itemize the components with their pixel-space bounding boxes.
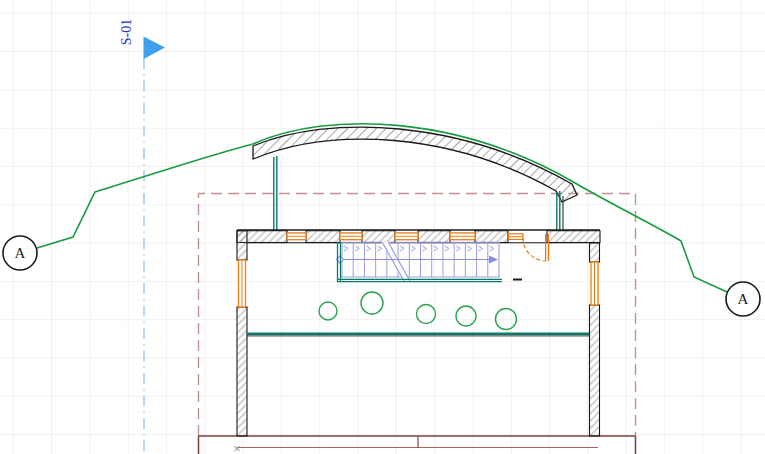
section-marker-label[interactable]: S-01 xyxy=(119,19,134,45)
grid-background xyxy=(0,0,765,454)
right-wall-window[interactable] xyxy=(591,262,598,305)
wall-segment[interactable] xyxy=(362,231,395,243)
right-wall[interactable] xyxy=(590,243,600,436)
wall-segment[interactable] xyxy=(418,231,450,243)
wall-segment[interactable] xyxy=(475,231,508,243)
left-wall-window[interactable] xyxy=(239,260,246,307)
elevation-marker-left-label[interactable]: A xyxy=(15,245,26,261)
wall-segment[interactable] xyxy=(237,231,247,260)
wall-segment[interactable] xyxy=(590,243,600,262)
wall-segment[interactable] xyxy=(547,231,600,243)
wall-segment[interactable] xyxy=(237,307,247,436)
elevation-marker-right-label[interactable]: A xyxy=(738,291,749,307)
plan-view: S-01 × A A xyxy=(0,0,765,454)
hotspot-x-mark[interactable]: × xyxy=(233,441,241,454)
interior-beam[interactable] xyxy=(247,334,589,336)
left-wall[interactable] xyxy=(237,231,247,436)
wall-segment[interactable] xyxy=(590,305,600,436)
wall-segment[interactable] xyxy=(306,231,340,243)
cad-drawing-canvas: S-01 × A A xyxy=(0,0,765,454)
